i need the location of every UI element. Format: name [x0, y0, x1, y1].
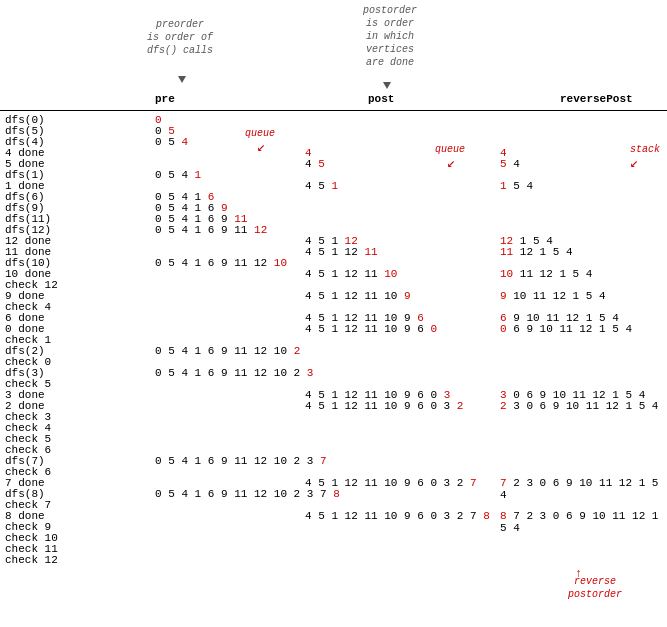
row-2done-rpost: 2 3 0 6 9 10 11 12 1 5 4	[500, 400, 658, 412]
row-dfs4-pre: 0 5 4	[155, 136, 188, 148]
row-5done-post: 4 5	[305, 158, 325, 170]
preorder-arrow	[178, 76, 186, 83]
row-dfs12-pre: 0 5 4 1 6 9 11 12	[155, 224, 267, 236]
row-dfs7-pre: 0 5 4 1 6 9 11 12 10 2 3 7	[155, 455, 327, 467]
pre-queue-arrow: ↙	[257, 138, 265, 155]
post-header: post	[368, 93, 394, 105]
row-10done-rpost: 10 11 12 1 5 4	[500, 268, 592, 280]
rpost-stack-arrow: ↙	[630, 154, 638, 171]
row-0done-rpost: 0 6 9 10 11 12 1 5 4	[500, 323, 632, 335]
row-0done-post: 4 5 1 12 11 10 9 6 0	[305, 323, 437, 335]
preorder-annotation: preorderis order ofdfs() calls	[140, 18, 220, 57]
pre-header: pre	[155, 93, 175, 105]
row-9done-rpost: 9 10 11 12 1 5 4	[500, 290, 606, 302]
row-5done-rpost: 5 4	[500, 158, 520, 170]
row-9done-post: 4 5 1 12 11 10 9	[305, 290, 411, 302]
row-dfs3-pre: 0 5 4 1 6 9 11 12 10 2 3	[155, 367, 313, 379]
row-dfs8-pre: 0 5 4 1 6 9 11 12 10 2 3 7 8	[155, 488, 340, 500]
row-8done-rpost: 8 7 2 3 0 6 9 10 11 12 1 5 4	[500, 510, 667, 534]
row-10done-post: 4 5 1 12 11 10	[305, 268, 397, 280]
row-dfs1-pre: 0 5 4 1	[155, 169, 201, 181]
row-dfs2-pre: 0 5 4 1 6 9 11 12 10 2	[155, 345, 300, 357]
reverse-postorder-arrow: ↑	[575, 567, 582, 581]
row-11done-post: 4 5 1 12 11	[305, 246, 378, 258]
reversepost-header: reversePost	[560, 93, 633, 105]
reverse-postorder-annotation: reversepostorder	[555, 575, 635, 601]
row-7done-rpost: 7 2 3 0 6 9 10 11 12 1 5 4	[500, 477, 667, 501]
header-divider	[0, 110, 667, 111]
row-check12b: check 12	[5, 554, 58, 566]
row-2done-post: 4 5 1 12 11 10 9 6 0 3 2	[305, 400, 463, 412]
postorder-arrow	[383, 82, 391, 89]
row-1done-rpost: 1 5 4	[500, 180, 533, 192]
row-1done-post: 4 5 1	[305, 180, 338, 192]
row-11done-rpost: 11 12 1 5 4	[500, 246, 573, 258]
row-dfs10-pre: 0 5 4 1 6 9 11 12 10	[155, 257, 287, 269]
main-container: preorderis order ofdfs() calls postorder…	[0, 0, 667, 627]
row-8done-post: 4 5 1 12 11 10 9 6 0 3 2 7 8	[305, 510, 490, 522]
post-queue-arrow: ↙	[447, 154, 455, 171]
postorder-annotation: postorderis orderin whichverticesare don…	[340, 4, 440, 69]
